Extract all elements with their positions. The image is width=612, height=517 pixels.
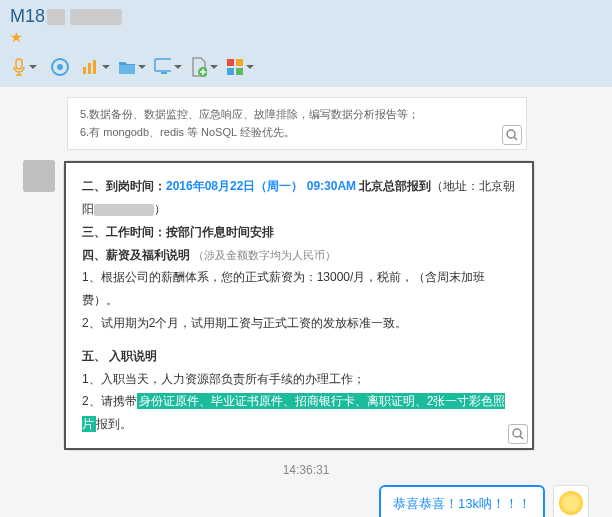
entry-line-2: 2、请携带身份证原件、毕业证书原件、招商银行卡、离职证明、2张一寸彩色照片报到。: [82, 390, 516, 436]
salary-line-1: 1、根据公司的薪酬体系，您的正式薪资为：13000/月，税前，（含周末加班费）。: [82, 266, 516, 312]
svg-rect-12: [227, 68, 234, 75]
svg-point-16: [513, 429, 521, 437]
e2b: 报到。: [96, 417, 132, 431]
svg-rect-11: [236, 59, 243, 66]
svg-rect-6: [119, 65, 135, 74]
add-file-button[interactable]: [190, 53, 218, 81]
doc-content: 二、到岗时间：2016年08月22日（周一） 09:30AM 北京总部报到（地址…: [64, 161, 534, 450]
doc-sec2: 二、到岗时间：2016年08月22日（周一） 09:30AM 北京总部报到（地址…: [82, 175, 516, 221]
chat-area: 5.数据备份、数据监控、应急响应、故障排除，编写数据分析报告等； 6.有 mon…: [0, 87, 612, 517]
svg-rect-10: [227, 59, 234, 66]
doc-sec5: 五、 入职说明: [82, 345, 516, 368]
svg-point-2: [57, 64, 63, 70]
svg-line-17: [520, 436, 523, 439]
avatar-self[interactable]: [553, 485, 589, 517]
cp: ）: [154, 202, 166, 216]
timestamp: 14:36:31: [15, 463, 597, 477]
entry-highlight: 身份证原件、毕业证书原件、招商银行卡、离职证明、2张一寸彩色照片: [82, 393, 505, 432]
svg-point-14: [507, 130, 515, 138]
avatar[interactable]: [23, 160, 55, 192]
message-right: 恭喜恭喜！13k呐！！！: [15, 485, 597, 517]
salary-line-2: 2、试用期为2个月，试用期工资与正式工资的发放标准一致。: [82, 312, 516, 335]
e2a: 2、请携带: [82, 394, 137, 408]
toolbar: [0, 49, 612, 87]
svg-rect-4: [88, 63, 91, 74]
prev-message-snippet: 5.数据备份、数据监控、应急响应、故障排除，编写数据分析报告等； 6.有 mon…: [67, 97, 527, 150]
favorite-star[interactable]: ★: [10, 27, 602, 47]
reply-bubble: 恭喜恭喜！13k呐！！！: [379, 485, 545, 517]
svg-rect-3: [83, 67, 86, 74]
message-left: 二、到岗时间：2016年08月22日（周一） 09:30AM 北京总部报到（地址…: [15, 160, 597, 451]
doc-sec3: 三、工作时间：按部门作息时间安排: [82, 221, 516, 244]
offer-document: 二、到岗时间：2016年08月22日（周一） 09:30AM 北京总部报到（地址…: [63, 160, 535, 451]
record-button[interactable]: [46, 53, 74, 81]
chick-icon: [559, 491, 583, 515]
chart-button[interactable]: [82, 53, 110, 81]
onboard-time: 2016年08月22日（周一） 09:30AM: [166, 179, 356, 193]
svg-rect-7: [155, 59, 171, 71]
sec4-1: 四、薪资及福利说明: [82, 248, 193, 262]
svg-line-15: [514, 137, 517, 140]
zoom-icon[interactable]: [502, 125, 522, 145]
svg-rect-13: [236, 68, 243, 75]
svg-rect-5: [93, 60, 96, 74]
title-bar: M18xx xxxxx ★: [0, 0, 612, 49]
svg-rect-0: [16, 59, 22, 69]
entry-line-1: 1、入职当天，人力资源部负责所有手续的办理工作；: [82, 368, 516, 391]
snippet-line-1: 5.数据备份、数据监控、应急响应、故障排除，编写数据分析报告等；: [80, 106, 514, 124]
chat-title: M18xx xxxxx: [10, 6, 602, 27]
doc-sec4: 四、薪资及福利说明 （涉及金额数字均为人民币）: [82, 244, 516, 267]
title-prefix: M18: [10, 6, 45, 26]
snippet-line-2: 6.有 mongodb、redis 等 NoSQL 经验优先。: [80, 124, 514, 142]
screen-button[interactable]: [154, 53, 182, 81]
apps-button[interactable]: [226, 53, 254, 81]
svg-rect-8: [161, 72, 167, 74]
voice-button[interactable]: [10, 53, 38, 81]
loc-label: 北京总部报到: [356, 179, 431, 193]
folder-button[interactable]: [118, 53, 146, 81]
zoom-icon[interactable]: [508, 424, 528, 444]
sec2-label: 二、到岗时间：: [82, 179, 166, 193]
sec4-2: （涉及金额数字均为人民币）: [193, 249, 336, 261]
